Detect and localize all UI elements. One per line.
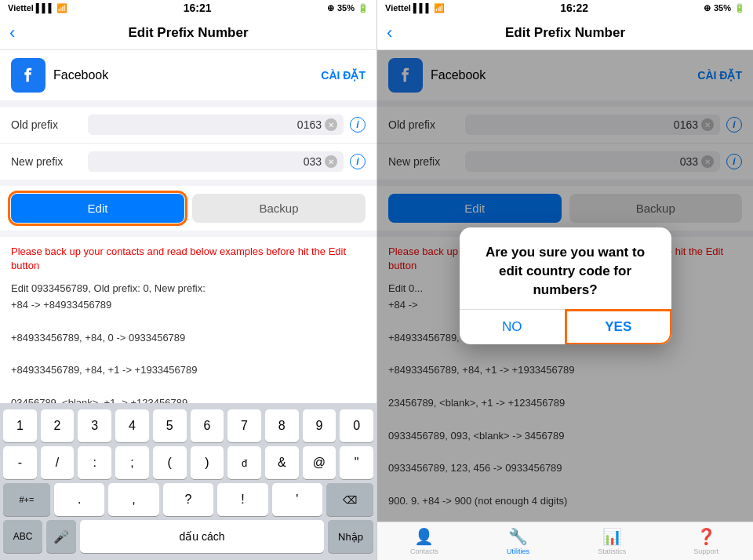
new-prefix-row-left: New prefix ✕ i bbox=[0, 144, 376, 180]
kb-row-3: #+= . , ? ! ' ⌫ bbox=[3, 483, 373, 516]
key-exclaim[interactable]: ! bbox=[217, 483, 267, 516]
key-1[interactable]: 1 bbox=[3, 409, 37, 442]
old-prefix-label-left: Old prefix bbox=[11, 118, 82, 131]
new-prefix-clear-left[interactable]: ✕ bbox=[325, 155, 337, 168]
tab-statistics[interactable]: 📊 Statistics bbox=[566, 522, 660, 560]
back-button-left[interactable]: ‹ bbox=[9, 23, 15, 43]
battery-left: 35% bbox=[337, 3, 355, 13]
new-prefix-input-wrap-left[interactable]: ✕ bbox=[88, 151, 344, 172]
carrier-right: Viettel bbox=[385, 3, 411, 13]
status-bar-left: Viettel ▌▌▌ 📶 16:21 ⊕ 35% 🔋 bbox=[0, 0, 376, 16]
new-prefix-input-left[interactable] bbox=[94, 155, 322, 168]
new-prefix-info-left[interactable]: i bbox=[350, 154, 366, 169]
tab-support-label: Support bbox=[693, 547, 718, 555]
new-prefix-label-left: New prefix bbox=[11, 155, 82, 168]
support-icon: ❓ bbox=[697, 527, 716, 546]
kb-row-4: ABC 🎤 dấu cách Nhập bbox=[3, 520, 373, 553]
key-7[interactable]: 7 bbox=[227, 409, 261, 442]
content-left: Facebook CÀI ĐẶT Old prefix ✕ i New pref… bbox=[0, 50, 376, 560]
location-icon: ⊕ bbox=[327, 3, 334, 13]
button-row-left: Edit Backup bbox=[0, 186, 376, 231]
time-right: 16:22 bbox=[560, 2, 588, 14]
dialog-buttons: NO YES bbox=[460, 309, 671, 344]
nav-title-left: Edit Prefix Number bbox=[128, 25, 248, 41]
dialog-no-button[interactable]: NO bbox=[460, 310, 566, 344]
info-block-left: Please back up your contacts and read be… bbox=[0, 237, 376, 403]
tab-statistics-label: Statistics bbox=[598, 547, 626, 555]
key-colon[interactable]: : bbox=[78, 446, 111, 479]
back-button-right[interactable]: ‹ bbox=[387, 23, 392, 43]
tab-support[interactable]: ❓ Support bbox=[659, 522, 753, 560]
signal-icon-right: ▌▌▌ bbox=[413, 3, 431, 13]
wifi-icon-right: 📶 bbox=[434, 3, 445, 13]
time-left: 16:21 bbox=[184, 2, 212, 14]
left-panel: Viettel ▌▌▌ 📶 16:21 ⊕ 35% 🔋 ‹ Edit Prefi… bbox=[0, 0, 376, 560]
old-prefix-input-left[interactable] bbox=[94, 118, 322, 131]
key-comma[interactable]: , bbox=[108, 483, 158, 516]
dialog-yes-button[interactable]: YES bbox=[566, 310, 671, 344]
battery-right: 35% bbox=[714, 3, 731, 13]
edit-button-left[interactable]: Edit bbox=[11, 194, 184, 223]
warning-text-left: Please back up your contacts and read be… bbox=[11, 245, 366, 273]
key-period[interactable]: . bbox=[54, 483, 104, 516]
key-0[interactable]: 0 bbox=[340, 409, 373, 442]
status-bar-right: Viettel ▌▌▌ 📶 16:22 ⊕ 35% 🔋 bbox=[377, 0, 753, 16]
key-quote[interactable]: " bbox=[340, 446, 373, 479]
facebook-icon-left bbox=[11, 58, 45, 93]
dialog-overlay: Are you sure you want to edit country co… bbox=[377, 50, 753, 522]
cai-dat-left[interactable]: CÀI ĐẶT bbox=[321, 69, 366, 82]
key-enter[interactable]: Nhập bbox=[328, 520, 373, 553]
key-d[interactable]: đ bbox=[227, 446, 261, 479]
carrier-left: Viettel bbox=[8, 3, 34, 13]
key-rparen[interactable]: ) bbox=[191, 446, 224, 479]
utilities-icon: 🔧 bbox=[508, 527, 528, 546]
key-4[interactable]: 4 bbox=[115, 409, 149, 442]
battery-icon-right: 🔋 bbox=[734, 3, 745, 13]
nav-bar-left: ‹ Edit Prefix Number bbox=[0, 16, 376, 50]
key-apostrophe[interactable]: ' bbox=[272, 483, 322, 516]
tab-contacts[interactable]: 👤 Contacts bbox=[377, 522, 471, 560]
old-prefix-row-left: Old prefix ✕ i bbox=[0, 107, 376, 144]
right-panel: Viettel ▌▌▌ 📶 16:22 ⊕ 35% 🔋 ‹ Edit Prefi… bbox=[376, 0, 753, 560]
old-prefix-input-wrap-left[interactable]: ✕ bbox=[88, 115, 344, 135]
key-space[interactable]: dấu cách bbox=[80, 520, 324, 553]
content-right: Facebook CÀI ĐẶT Old prefix ✕ i New pref… bbox=[377, 50, 753, 522]
key-mic[interactable]: 🎤 bbox=[46, 520, 76, 553]
backup-button-left[interactable]: Backup bbox=[192, 194, 366, 223]
facebook-row-left: Facebook CÀI ĐẶT bbox=[0, 50, 376, 100]
old-prefix-info-left[interactable]: i bbox=[350, 117, 366, 133]
keyboard-left: 1 2 3 4 5 6 7 8 9 0 - / : ; ( ) đ & @ bbox=[0, 403, 376, 560]
tab-bar-right: 👤 Contacts 🔧 Utilities 📊 Statistics ❓ Su… bbox=[377, 522, 753, 560]
key-symbols[interactable]: #+= bbox=[3, 483, 50, 516]
key-at[interactable]: @ bbox=[303, 446, 336, 479]
kb-row-1: 1 2 3 4 5 6 7 8 9 0 bbox=[3, 409, 373, 442]
nav-title-right: Edit Prefix Number bbox=[505, 25, 625, 41]
key-8[interactable]: 8 bbox=[265, 409, 299, 442]
key-9[interactable]: 9 bbox=[303, 409, 336, 442]
facebook-name-left: Facebook bbox=[53, 68, 313, 82]
key-3[interactable]: 3 bbox=[78, 409, 111, 442]
location-icon-right: ⊕ bbox=[704, 3, 711, 13]
key-5[interactable]: 5 bbox=[153, 409, 187, 442]
key-2[interactable]: 2 bbox=[41, 409, 75, 442]
key-dash[interactable]: - bbox=[3, 446, 37, 479]
examples-left: Edit 0933456789, Old prefix: 0, New pref… bbox=[11, 281, 366, 403]
key-question[interactable]: ? bbox=[163, 483, 213, 516]
tab-contacts-label: Contacts bbox=[410, 547, 438, 555]
form-left: Old prefix ✕ i New prefix ✕ i bbox=[0, 107, 376, 180]
key-lparen[interactable]: ( bbox=[153, 446, 187, 479]
tab-utilities-label: Utilities bbox=[507, 547, 529, 555]
old-prefix-clear-left[interactable]: ✕ bbox=[325, 118, 337, 131]
key-abc[interactable]: ABC bbox=[3, 520, 42, 553]
key-slash[interactable]: / bbox=[41, 446, 75, 479]
statistics-icon: 📊 bbox=[602, 527, 622, 546]
key-amp[interactable]: & bbox=[265, 446, 299, 479]
key-6[interactable]: 6 bbox=[191, 409, 224, 442]
battery-icon-left: 🔋 bbox=[358, 3, 369, 13]
kb-row-2: - / : ; ( ) đ & @ " bbox=[3, 446, 373, 479]
tab-utilities[interactable]: 🔧 Utilities bbox=[471, 522, 566, 560]
wifi-icon: 📶 bbox=[56, 3, 67, 13]
nav-bar-right: ‹ Edit Prefix Number bbox=[377, 16, 753, 50]
key-backspace[interactable]: ⌫ bbox=[326, 483, 373, 516]
key-semicolon[interactable]: ; bbox=[115, 446, 149, 479]
